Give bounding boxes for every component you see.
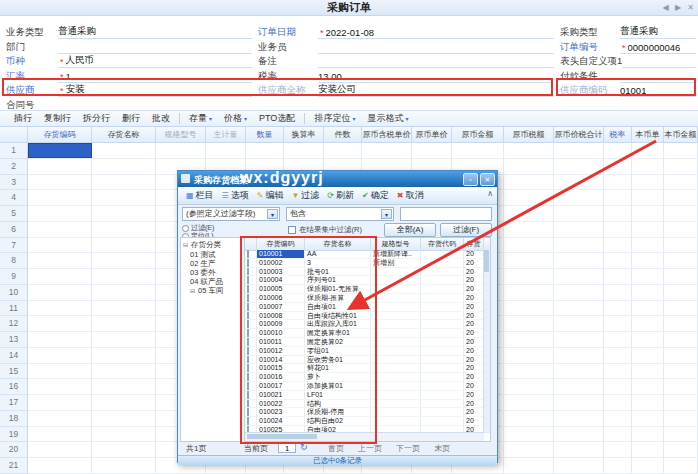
- dialog-toolbar-button[interactable]: ⟳刷新: [323, 189, 358, 202]
- row-checkbox-cell[interactable]: [245, 338, 257, 346]
- row-number[interactable]: 13: [0, 332, 28, 348]
- list-cell[interactable]: 鲜花01: [305, 364, 371, 372]
- grid-cell[interactable]: [554, 458, 604, 474]
- tree-item[interactable]: 03 委外: [181, 268, 241, 277]
- list-cell[interactable]: 010024: [257, 417, 305, 425]
- grid-cell[interactable]: [632, 190, 664, 206]
- grid-header-cell[interactable]: 原币单价: [412, 127, 452, 143]
- list-item[interactable]: 010021LF0120: [245, 391, 484, 400]
- grid-cell[interactable]: [664, 301, 698, 317]
- row-number[interactable]: 9: [0, 269, 28, 285]
- grid-cell[interactable]: [92, 159, 156, 175]
- row-number[interactable]: 10: [0, 285, 28, 301]
- grid-cell[interactable]: [554, 395, 604, 411]
- list-cell[interactable]: 20: [464, 347, 484, 355]
- grid-cell[interactable]: [632, 175, 664, 191]
- grid-cell[interactable]: [554, 285, 604, 301]
- checkbox-icon[interactable]: [247, 347, 249, 355]
- list-cell[interactable]: [371, 338, 421, 346]
- list-cell[interactable]: 010014: [257, 356, 305, 364]
- list-item[interactable]: 010004序列号0120: [245, 276, 484, 285]
- grid-header-cell[interactable]: 原币含税单价: [362, 127, 412, 143]
- list-cell[interactable]: [371, 268, 421, 276]
- filter-in-result-checkbox[interactable]: 在结果集中过滤(R): [288, 225, 362, 235]
- grid-cell[interactable]: [284, 143, 324, 159]
- grid-cell[interactable]: [28, 206, 92, 222]
- grid-cell[interactable]: [28, 395, 92, 411]
- grid-cell[interactable]: [554, 190, 604, 206]
- list-cell[interactable]: 新增别: [371, 259, 421, 267]
- tree-item[interactable]: 01 测试: [181, 250, 241, 259]
- list-item[interactable]: 010015鲜花0120: [245, 364, 484, 373]
- list-header-cell[interactable]: 存货分类: [464, 238, 484, 250]
- row-checkbox-cell[interactable]: [245, 417, 257, 425]
- grid-cell[interactable]: [632, 301, 664, 317]
- list-cell[interactable]: 010012: [257, 347, 305, 355]
- list-cell[interactable]: 20: [464, 320, 484, 328]
- toolbar-button[interactable]: 排序定位▾: [308, 112, 361, 125]
- grid-cell[interactable]: [604, 159, 632, 175]
- toolbar-button[interactable]: 复制行: [38, 112, 77, 125]
- list-cell[interactable]: [371, 391, 421, 399]
- grid-cell[interactable]: [554, 332, 604, 348]
- back-icon[interactable]: ◀: [663, 3, 669, 12]
- row-number[interactable]: 17: [0, 395, 28, 411]
- list-item[interactable]: 010014应收劳务0120: [245, 356, 484, 365]
- filter-value-input[interactable]: [400, 207, 492, 221]
- grid-cell[interactable]: [632, 348, 664, 364]
- grid-cell[interactable]: [504, 348, 554, 364]
- grid-cell[interactable]: [604, 206, 632, 222]
- field-value[interactable]: 安装公司: [318, 83, 356, 96]
- list-cell[interactable]: [371, 312, 421, 320]
- grid-cell[interactable]: [664, 253, 698, 269]
- list-header-cell[interactable]: 存货代码: [421, 238, 464, 250]
- list-cell[interactable]: [421, 364, 464, 372]
- grid-cell[interactable]: [504, 332, 554, 348]
- grid-cell[interactable]: [632, 206, 664, 222]
- checkbox-icon[interactable]: [247, 356, 249, 364]
- prev-page-link[interactable]: 上一页: [358, 443, 382, 454]
- chevron-down-icon[interactable]: ▾: [381, 209, 392, 219]
- collapse-node-icon[interactable]: ⊟: [183, 242, 188, 248]
- grid-cell[interactable]: [604, 301, 632, 317]
- grid-cell[interactable]: [554, 427, 604, 443]
- grid-cell[interactable]: [554, 222, 604, 238]
- next-page-link[interactable]: 下一页: [396, 443, 420, 454]
- toolbar-button[interactable]: 删行: [116, 112, 146, 125]
- list-cell[interactable]: [371, 382, 421, 390]
- grid-cell[interactable]: [504, 301, 554, 317]
- tree-item[interactable]: 04 联产品: [181, 277, 241, 286]
- grid-header-cell[interactable]: 主计量: [206, 127, 246, 143]
- checkbox-icon[interactable]: [247, 408, 249, 416]
- row-checkbox-cell[interactable]: [245, 320, 257, 328]
- grid-cell[interactable]: [632, 269, 664, 285]
- grid-cell[interactable]: [664, 175, 698, 191]
- row-checkbox-cell[interactable]: [245, 268, 257, 276]
- list-cell[interactable]: 010002: [257, 259, 305, 267]
- tree-root[interactable]: ⊟ 存货分类: [181, 240, 241, 250]
- grid-cell[interactable]: [28, 222, 92, 238]
- grid-cell[interactable]: [664, 364, 698, 380]
- list-cell[interactable]: [371, 294, 421, 302]
- select-all-button[interactable]: 全部(A): [384, 223, 436, 237]
- list-item[interactable]: 010017添加换算0120: [245, 382, 484, 391]
- grid-cell[interactable]: [604, 175, 632, 191]
- list-header-cell[interactable]: 规格型号: [371, 238, 421, 250]
- grid-cell[interactable]: [504, 190, 554, 206]
- list-cell[interactable]: [421, 408, 464, 416]
- grid-cell[interactable]: [246, 143, 284, 159]
- list-cell[interactable]: 010015: [257, 364, 305, 372]
- checkbox-icon[interactable]: [247, 338, 249, 346]
- grid-cell[interactable]: [28, 269, 92, 285]
- row-number[interactable]: 18: [0, 411, 28, 427]
- toolbar-button[interactable]: 批改: [146, 112, 176, 125]
- list-cell[interactable]: [371, 373, 421, 381]
- grid-cell[interactable]: [92, 458, 156, 474]
- list-item[interactable]: 010016萝卜20: [245, 373, 484, 382]
- grid-cell[interactable]: [632, 379, 664, 395]
- list-cell[interactable]: 20: [464, 294, 484, 302]
- list-cell[interactable]: 20: [464, 400, 484, 408]
- grid-cell[interactable]: [604, 253, 632, 269]
- list-cell[interactable]: [421, 268, 464, 276]
- grid-cell[interactable]: [604, 442, 632, 458]
